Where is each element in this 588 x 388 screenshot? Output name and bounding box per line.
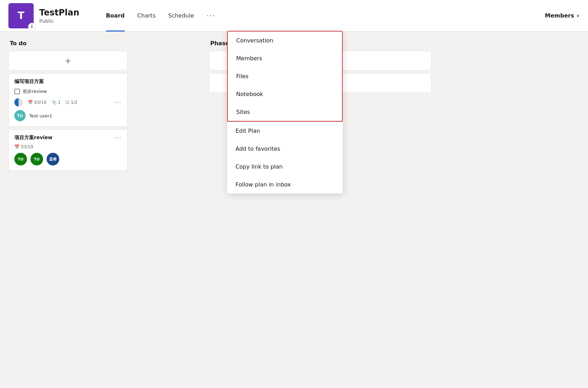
task-progress-icon <box>14 98 23 107</box>
app-header: T i TestPlan Public Board Charts Schedul… <box>0 0 588 32</box>
assignee-name-1: Test user1 <box>29 113 52 118</box>
task-attachment: 📎 1 <box>52 100 61 105</box>
nav-tabs: Board Charts Schedule ··· <box>100 0 221 31</box>
calendar-icon-2: 📅 <box>14 144 20 149</box>
chevron-down-icon: ∨ <box>576 13 580 18</box>
tab-more[interactable]: ··· <box>201 0 221 32</box>
dropdown-item-copy-link[interactable]: Copy link to plan <box>227 158 343 176</box>
checklist-icon: ☑ <box>66 100 69 105</box>
dropdown-item-conversation[interactable]: Conversation <box>228 32 342 49</box>
assignee-avatar-1: TU <box>14 110 26 121</box>
tab-charts[interactable]: Charts <box>132 0 161 32</box>
task-checklist: ☑ 1/2 <box>66 100 77 105</box>
task-date-value: 03/16 <box>34 100 47 105</box>
task-date-value-2: 03/19 <box>21 144 33 149</box>
checklist-count: 1/2 <box>71 100 77 105</box>
task-card-2: 项目方案review ··· 📅 03/19 TU TU 孟希 <box>8 129 128 171</box>
dropdown-item-follow-inbox[interactable]: Follow plan in inbox <box>227 176 343 193</box>
dropdown-item-notebook[interactable]: Notebook <box>228 85 342 103</box>
task-meta-1: 📅 03/16 📎 1 ☑ 1/2 ··· <box>14 98 122 107</box>
plan-name: TestPlan <box>39 8 79 18</box>
tab-board[interactable]: Board <box>100 0 130 32</box>
plan-icon-letter: T <box>18 10 24 21</box>
task-checkbox[interactable] <box>14 89 20 94</box>
plus-icon: + <box>65 56 71 65</box>
spacer <box>133 40 203 380</box>
attachment-count: 1 <box>58 100 61 105</box>
dropdown-bordered-section: Conversation Members Files Notebook Site… <box>227 31 343 122</box>
dropdown-menu: Conversation Members Files Notebook Site… <box>227 31 343 193</box>
dropdown-item-edit-plan[interactable]: Edit Plan <box>227 122 343 140</box>
members-label: Members <box>545 12 574 19</box>
plan-info: TestPlan Public <box>39 8 79 24</box>
task-meta-2: 📅 03/19 <box>14 144 122 149</box>
task-card-1: 编写项目方案 初步review 📅 03/16 📎 1 ☑ 1/2 <box>8 73 128 127</box>
task-more-button-2[interactable]: ··· <box>114 135 122 141</box>
assignee-avatar-2a: TU <box>14 153 27 165</box>
todo-column: To do + 编写项目方案 初步review 📅 03/16 📎 1 <box>8 40 128 380</box>
task-more-button-1[interactable]: ··· <box>114 99 122 106</box>
task-date-2: 📅 03/19 <box>14 144 33 149</box>
plan-icon: T i <box>8 3 34 28</box>
task-title-2: 项目方案review <box>14 135 114 141</box>
dropdown-item-files[interactable]: Files <box>228 67 342 85</box>
calendar-icon: 📅 <box>28 100 33 105</box>
dropdown-item-sites[interactable]: Sites <box>228 103 342 121</box>
task-assignees-row-2: TU TU 孟希 <box>14 153 122 165</box>
task-title-1: 编写项目方案 <box>14 79 122 85</box>
plan-visibility: Public <box>39 18 79 24</box>
add-task-button[interactable]: + <box>8 51 128 70</box>
task-date-1: 📅 03/16 <box>28 100 47 105</box>
assignee-avatar-2c: 孟希 <box>47 153 59 165</box>
tab-schedule[interactable]: Schedule <box>163 0 200 32</box>
column-header-todo: To do <box>8 40 128 47</box>
dropdown-item-add-favorites[interactable]: Add to favorites <box>227 140 343 158</box>
attachment-icon: 📎 <box>52 100 57 105</box>
members-button[interactable]: Members ∨ <box>545 12 580 19</box>
info-badge[interactable]: i <box>28 23 36 30</box>
task-checkbox-row: 初步review <box>14 88 122 95</box>
task-assignee-row-1: TU Test user1 <box>14 110 122 121</box>
task-checkbox-label: 初步review <box>23 88 47 95</box>
dropdown-item-members[interactable]: Members <box>228 49 342 67</box>
assignee-avatar-2b: TU <box>30 153 43 165</box>
